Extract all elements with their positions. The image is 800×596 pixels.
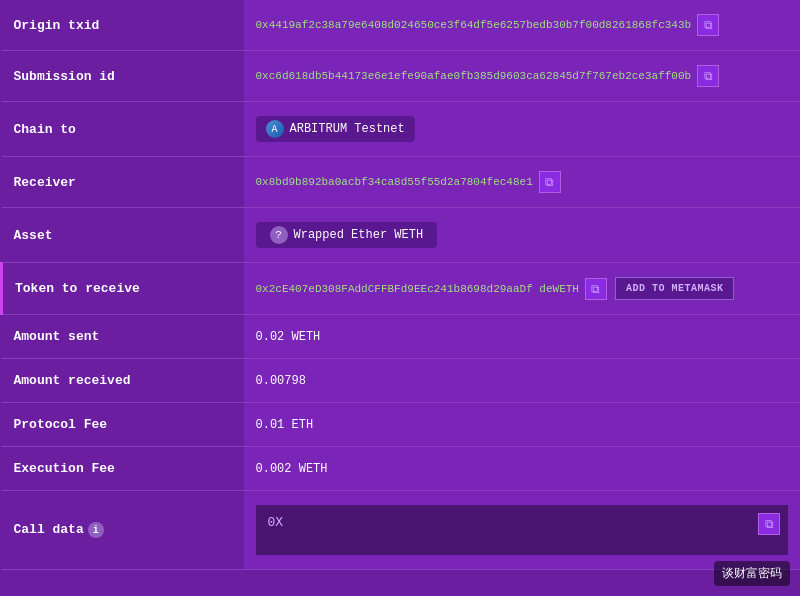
row-execution-fee: Execution Fee0.002 WETH <box>2 447 801 491</box>
copy-button-receiver[interactable]: ⧉ <box>539 171 561 193</box>
row-asset: Asset ? Wrapped Ether WETH <box>2 208 801 263</box>
value-origin-txid: 0x4419af2c38a79e6408d024650ce3f64df5e625… <box>244 0 801 51</box>
label-amount-sent: Amount sent <box>2 315 244 359</box>
row-call-data: Call datai0X⧉ <box>2 491 801 570</box>
label-chain-to: Chain to <box>2 102 244 157</box>
hash-value-submission-id: 0xc6d618db5b44173e6e1efe90afae0fb385d960… <box>256 70 692 82</box>
chain-name: ARBITRUM Testnet <box>290 122 405 136</box>
value-execution-fee: 0.002 WETH <box>244 447 801 491</box>
label-origin-txid: Origin txid <box>2 0 244 51</box>
copy-button-submission-id[interactable]: ⧉ <box>697 65 719 87</box>
value-submission-id: 0xc6d618db5b44173e6e1efe90afae0fb385d960… <box>244 51 801 102</box>
copy-icon: ⧉ <box>591 282 600 296</box>
copy-button-origin-txid[interactable]: ⧉ <box>697 14 719 36</box>
text-value-execution-fee: 0.002 WETH <box>256 462 328 476</box>
value-protocol-fee: 0.01 ETH <box>244 403 801 447</box>
label-text-call-data: Call data <box>14 522 84 537</box>
asset-name: Wrapped Ether WETH <box>294 228 424 242</box>
text-value-protocol-fee: 0.01 ETH <box>256 418 314 432</box>
row-receiver: Receiver0x8bd9b892ba0acbf34ca8d55f55d2a7… <box>2 157 801 208</box>
hash-wrapper-origin-txid: 0x4419af2c38a79e6408d024650ce3f64df5e625… <box>256 14 720 36</box>
copy-button-calldata[interactable]: ⧉ <box>758 513 780 535</box>
row-amount-received: Amount received0.00798 <box>2 359 801 403</box>
copy-icon: ⧉ <box>765 517 774 531</box>
label-execution-fee: Execution Fee <box>2 447 244 491</box>
row-protocol-fee: Protocol Fee0.01 ETH <box>2 403 801 447</box>
row-token-to-receive: Token to receive0x2cE407eD308FAddCFFBFd9… <box>2 263 801 315</box>
question-icon: ? <box>270 226 288 244</box>
info-icon-call-data[interactable]: i <box>88 522 104 538</box>
copy-icon: ⧉ <box>704 69 713 83</box>
copy-button-token-to-receive[interactable]: ⧉ <box>585 278 607 300</box>
calldata-value: 0X <box>268 515 284 530</box>
label-amount-received: Amount received <box>2 359 244 403</box>
token-wrapper-token-to-receive: 0x2cE407eD308FAddCFFBFd9EEc241b8698d29aa… <box>256 277 735 300</box>
add-to-metamask-button[interactable]: ADD TO METAMASK <box>615 277 735 300</box>
row-submission-id: Submission id0xc6d618db5b44173e6e1efe90a… <box>2 51 801 102</box>
value-call-data: 0X⧉ <box>244 491 801 570</box>
value-amount-received: 0.00798 <box>244 359 801 403</box>
chain-badge: A ARBITRUM Testnet <box>256 116 415 142</box>
hash-value-origin-txid: 0x4419af2c38a79e6408d024650ce3f64df5e625… <box>256 19 692 31</box>
label-token-to-receive: Token to receive <box>2 263 244 315</box>
row-chain-to: Chain to A ARBITRUM Testnet <box>2 102 801 157</box>
value-receiver: 0x8bd9b892ba0acbf34ca8d55f55d2a7804fec48… <box>244 157 801 208</box>
hash-wrapper-submission-id: 0xc6d618db5b44173e6e1efe90afae0fb385d960… <box>256 65 720 87</box>
calldata-box: 0X⧉ <box>256 505 789 555</box>
chain-icon: A <box>266 120 284 138</box>
text-value-amount-received: 0.00798 <box>256 374 306 388</box>
value-chain-to: A ARBITRUM Testnet <box>244 102 801 157</box>
transaction-details-table: Origin txid0x4419af2c38a79e6408d024650ce… <box>0 0 800 570</box>
label-call-data: Call datai <box>2 491 244 570</box>
text-value-amount-sent: 0.02 WETH <box>256 330 321 344</box>
asset-badge: ? Wrapped Ether WETH <box>256 222 438 248</box>
watermark: 谈财富密码 <box>714 561 790 586</box>
token-value-token-to-receive: 0x2cE407eD308FAddCFFBFd9EEc241b8698d29aa… <box>256 283 579 295</box>
value-token-to-receive: 0x2cE407eD308FAddCFFBFd9EEc241b8698d29aa… <box>244 263 801 315</box>
value-amount-sent: 0.02 WETH <box>244 315 801 359</box>
label-receiver: Receiver <box>2 157 244 208</box>
hash-wrapper-receiver: 0x8bd9b892ba0acbf34ca8d55f55d2a7804fec48… <box>256 171 561 193</box>
value-asset: ? Wrapped Ether WETH <box>244 208 801 263</box>
label-submission-id: Submission id <box>2 51 244 102</box>
label-protocol-fee: Protocol Fee <box>2 403 244 447</box>
row-origin-txid: Origin txid0x4419af2c38a79e6408d024650ce… <box>2 0 801 51</box>
label-asset: Asset <box>2 208 244 263</box>
copy-icon: ⧉ <box>545 175 554 189</box>
hash-value-receiver: 0x8bd9b892ba0acbf34ca8d55f55d2a7804fec48… <box>256 176 533 188</box>
copy-icon: ⧉ <box>704 18 713 32</box>
row-amount-sent: Amount sent0.02 WETH <box>2 315 801 359</box>
